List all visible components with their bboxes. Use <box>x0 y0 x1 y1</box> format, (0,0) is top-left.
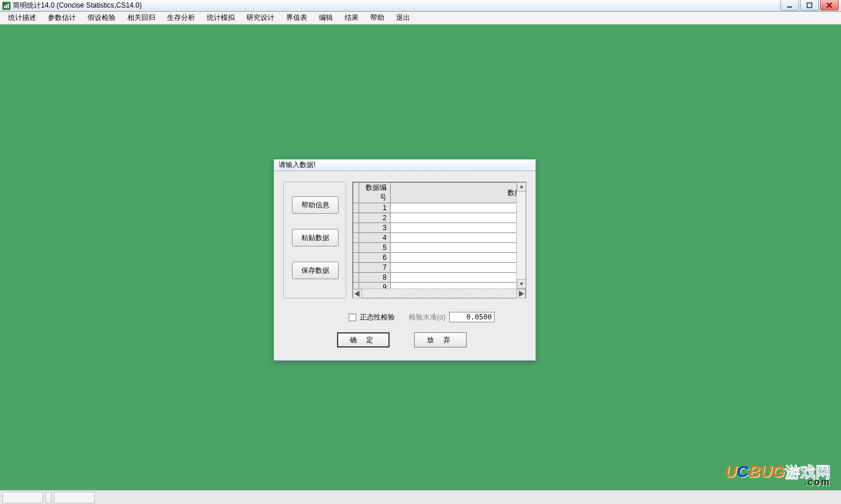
menu-item[interactable]: 研究设计 <box>241 12 280 24</box>
watermark-text: C <box>737 463 749 481</box>
data-cell[interactable] <box>391 203 526 213</box>
table-row[interactable]: 6 <box>353 253 526 263</box>
alpha-label: 检验水准(α) <box>409 312 446 322</box>
data-grid[interactable]: 数据编号 数据 1 2 3 4 5 6 7 8 9 <box>352 182 526 298</box>
save-data-button[interactable]: 保存数据 <box>292 262 339 279</box>
row-number: 3 <box>359 223 391 233</box>
side-button-group: 帮助信息 粘贴数据 保存数据 <box>283 182 346 298</box>
svg-marker-9 <box>355 291 360 297</box>
normality-checkbox[interactable] <box>349 314 356 321</box>
input-data-dialog: 请输入数据! 帮助信息 粘贴数据 保存数据 数据编号 数据 1 <box>273 159 536 361</box>
svg-marker-8 <box>520 283 523 286</box>
table-row[interactable]: 7 <box>353 263 526 273</box>
scroll-right-arrow-icon[interactable] <box>516 289 526 298</box>
data-cell[interactable] <box>391 253 526 263</box>
menu-item[interactable]: 统计描述 <box>2 12 42 24</box>
paste-data-button[interactable]: 粘贴数据 <box>292 229 339 246</box>
row-number: 9 <box>359 283 391 289</box>
window-title: 简明统计14.0 (Concise Statistics,CS14.0) <box>13 1 142 11</box>
dialog-title: 请输入数据! <box>274 159 536 171</box>
horizontal-scrollbar[interactable] <box>353 289 526 298</box>
grid-header-row: 数据编号 数据 <box>353 183 526 203</box>
app-icon <box>2 2 11 10</box>
menu-item[interactable]: 相关回归 <box>121 12 161 24</box>
data-cell[interactable] <box>391 263 526 273</box>
menu-item[interactable]: 统计模拟 <box>201 12 241 24</box>
menu-item[interactable]: 结果 <box>339 12 364 24</box>
status-segment <box>2 492 43 503</box>
menu-item[interactable]: 假设检验 <box>82 12 121 24</box>
row-number: 2 <box>359 213 391 223</box>
svg-rect-4 <box>807 3 812 8</box>
options-row: 正态性检验 检验水准(α) 0.0500 <box>349 310 530 324</box>
grid-corner-cell <box>353 183 359 203</box>
scroll-down-arrow-icon[interactable] <box>517 279 526 289</box>
status-segment <box>54 492 95 503</box>
table-row[interactable]: 4 <box>353 233 526 243</box>
data-cell[interactable] <box>391 243 526 253</box>
menu-item[interactable]: 界值表 <box>280 12 313 24</box>
data-cell[interactable] <box>391 223 526 233</box>
alpha-input[interactable]: 0.0500 <box>449 312 495 322</box>
svg-rect-3 <box>787 6 792 8</box>
svg-rect-0 <box>4 6 5 8</box>
watermark-sub: .com <box>725 478 830 486</box>
window-minimize-button[interactable] <box>780 0 799 11</box>
menu-item[interactable]: 帮助 <box>364 12 390 24</box>
row-number: 7 <box>359 263 391 273</box>
vertical-scrollbar[interactable] <box>516 182 526 289</box>
table-row[interactable]: 3 <box>353 223 526 233</box>
row-number: 1 <box>359 203 391 213</box>
table-row[interactable]: 1 <box>353 203 526 213</box>
grid-col-data[interactable]: 数据 <box>391 183 526 203</box>
table-row[interactable]: 2 <box>353 213 526 223</box>
status-segment <box>46 492 51 503</box>
svg-marker-7 <box>520 185 523 188</box>
data-cell[interactable] <box>391 273 526 283</box>
menu-item[interactable]: 参数估计 <box>42 12 82 24</box>
svg-rect-1 <box>6 5 7 8</box>
data-cell[interactable] <box>391 283 526 289</box>
svg-rect-2 <box>8 4 9 8</box>
dialog-body: 帮助信息 粘贴数据 保存数据 数据编号 数据 1 2 3 <box>274 171 536 360</box>
row-number: 6 <box>359 253 391 263</box>
status-strip <box>0 490 841 504</box>
workspace: 请输入数据! 帮助信息 粘贴数据 保存数据 数据编号 数据 1 <box>0 25 841 490</box>
ok-button[interactable]: 确 定 <box>337 332 390 347</box>
row-number: 8 <box>359 273 391 283</box>
watermark: UCBUG游戏网 .com <box>725 464 830 486</box>
menu-item[interactable]: 编辑 <box>313 12 339 24</box>
table-row[interactable]: 5 <box>353 243 526 253</box>
watermark-text: 游戏网 <box>785 464 830 481</box>
watermark-text: BUG <box>749 463 785 481</box>
menu-item[interactable]: 生存分析 <box>161 12 201 24</box>
menu-bar: 统计描述 参数估计 假设检验 相关回归 生存分析 统计模拟 研究设计 界值表 编… <box>0 12 841 25</box>
help-info-button[interactable]: 帮助信息 <box>292 196 339 214</box>
data-cell[interactable] <box>391 233 526 243</box>
scroll-track[interactable] <box>362 289 516 298</box>
window-maximize-button[interactable] <box>800 0 819 11</box>
table-row[interactable]: 8 <box>353 273 526 283</box>
cancel-button[interactable]: 放 弃 <box>414 332 467 347</box>
grid-col-id[interactable]: 数据编号 <box>359 183 391 203</box>
scroll-up-arrow-icon[interactable] <box>517 182 526 192</box>
watermark-text: U <box>725 463 736 481</box>
table-row[interactable]: 9 <box>353 283 526 289</box>
window-titlebar: 简明统计14.0 (Concise Statistics,CS14.0) <box>0 0 841 12</box>
svg-marker-10 <box>519 291 524 297</box>
window-close-button[interactable] <box>820 0 839 11</box>
row-number: 4 <box>359 233 391 243</box>
row-number: 5 <box>359 243 391 253</box>
scroll-left-arrow-icon[interactable] <box>353 289 362 298</box>
menu-item[interactable]: 退出 <box>390 12 416 24</box>
normality-label: 正态性检验 <box>360 312 395 322</box>
grid-scroll-area[interactable]: 数据编号 数据 1 2 3 4 5 6 7 8 9 <box>353 182 526 289</box>
dialog-button-row: 确 定 放 弃 <box>337 332 467 347</box>
data-cell[interactable] <box>391 213 526 223</box>
